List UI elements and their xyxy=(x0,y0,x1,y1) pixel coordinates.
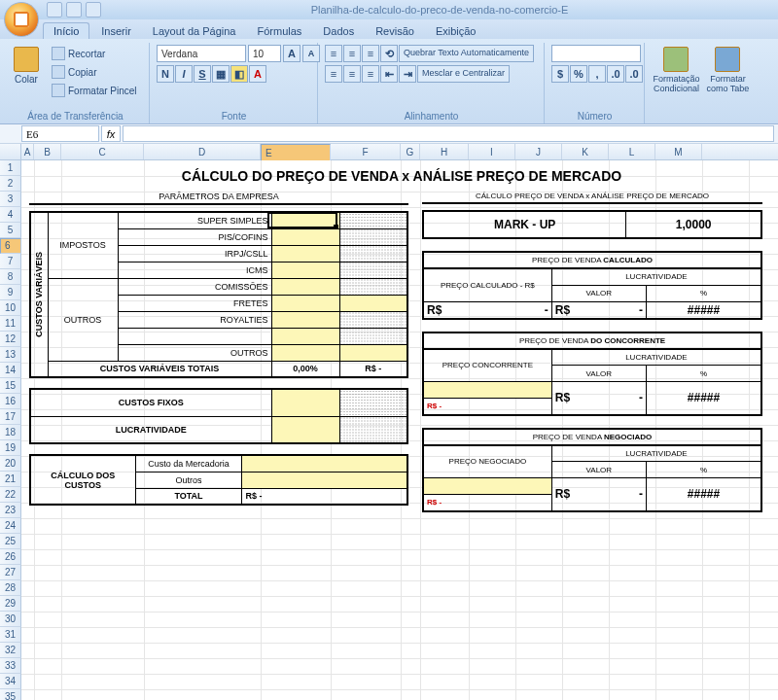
col-header-I[interactable]: I xyxy=(469,144,515,159)
row-header-12[interactable]: 12 xyxy=(0,332,21,347)
bold-button[interactable]: N xyxy=(157,65,174,83)
shrink-font-button[interactable]: A xyxy=(302,45,320,62)
office-button[interactable] xyxy=(4,2,39,37)
row-header-31[interactable]: 31 xyxy=(0,627,21,643)
row-header-17[interactable]: 17 xyxy=(0,409,21,425)
row-header-11[interactable]: 11 xyxy=(0,316,21,332)
cell-outros-val[interactable] xyxy=(339,344,407,361)
row-header-4[interactable]: 4 xyxy=(0,207,21,223)
format-painter-button[interactable]: Formatar Pincel xyxy=(49,82,140,99)
row-header-2[interactable]: 2 xyxy=(0,176,21,192)
comma-button[interactable]: , xyxy=(588,65,606,83)
row-header-19[interactable]: 19 xyxy=(0,440,21,456)
underline-button[interactable]: S xyxy=(194,65,211,83)
col-header-D[interactable]: D xyxy=(144,144,261,159)
row-header-27[interactable]: 27 xyxy=(0,565,21,580)
row-header-16[interactable]: 16 xyxy=(0,394,21,409)
number-format-select[interactable] xyxy=(551,45,641,62)
select-all-button[interactable] xyxy=(0,144,21,159)
currency-button[interactable]: $ xyxy=(551,65,569,83)
row-header-25[interactable]: 25 xyxy=(0,534,21,549)
align-mid-button[interactable]: ≡ xyxy=(343,45,361,62)
font-size-select[interactable]: 10 xyxy=(248,45,281,62)
sheet-area[interactable]: CÁLCULO DO PREÇO DE VENDA x ANÁLISE PREÇ… xyxy=(21,160,778,700)
col-header-C[interactable]: C xyxy=(61,144,144,159)
fx-button[interactable]: fx xyxy=(101,125,121,142)
row-header-28[interactable]: 28 xyxy=(0,580,21,596)
font-color-button[interactable]: A xyxy=(249,65,266,83)
cell-lucr-pct[interactable] xyxy=(271,416,339,443)
row-header-33[interactable]: 33 xyxy=(0,658,21,674)
qat-undo-icon[interactable] xyxy=(66,2,82,18)
align-bot-button[interactable]: ≡ xyxy=(362,45,379,62)
tab-inicio[interactable]: Início xyxy=(43,22,89,39)
font-name-select[interactable]: Verdana xyxy=(157,45,246,62)
row-header-30[interactable]: 30 xyxy=(0,612,21,627)
indent-dec-button[interactable]: ⇤ xyxy=(380,65,398,83)
grow-font-button[interactable]: A xyxy=(283,45,301,62)
cell-fretes-pct[interactable] xyxy=(271,295,339,311)
orientation-button[interactable]: ⟲ xyxy=(380,45,398,62)
merge-button[interactable]: Mesclar e Centralizar xyxy=(417,65,510,83)
row-header-32[interactable]: 32 xyxy=(0,643,21,658)
inc-decimal-button[interactable]: .0 xyxy=(607,65,624,83)
tab-layout[interactable]: Layout da Página xyxy=(143,23,246,39)
tab-revisao[interactable]: Revisão xyxy=(366,23,424,39)
cell-outros-pct[interactable] xyxy=(271,344,339,361)
tab-formulas[interactable]: Fórmulas xyxy=(248,23,312,39)
col-header-L[interactable]: L xyxy=(609,144,655,159)
row-header-22[interactable]: 22 xyxy=(0,487,21,503)
cell-neg-preco[interactable] xyxy=(423,478,551,495)
cell-super-simples-pct[interactable] xyxy=(271,212,339,228)
row-header-20[interactable]: 20 xyxy=(0,456,21,472)
col-header-J[interactable]: J xyxy=(515,144,562,159)
col-header-F[interactable]: F xyxy=(331,144,401,159)
col-header-B[interactable]: B xyxy=(34,144,61,159)
row-header-5[interactable]: 5 xyxy=(0,223,21,238)
col-header-H[interactable]: H xyxy=(420,144,469,159)
col-header-A[interactable]: A xyxy=(21,144,34,159)
dec-decimal-button[interactable]: .0 xyxy=(625,65,643,83)
row-header-6[interactable]: 6 xyxy=(0,238,21,254)
cut-button[interactable]: Recortar xyxy=(49,45,140,62)
row-header-21[interactable]: 21 xyxy=(0,472,21,487)
row-header-10[interactable]: 10 xyxy=(0,300,21,316)
formula-input[interactable] xyxy=(123,125,774,142)
tab-inserir[interactable]: Inserir xyxy=(91,23,141,39)
row-header-15[interactable]: 15 xyxy=(0,378,21,394)
col-header-M[interactable]: M xyxy=(655,144,702,159)
cell-irpj-pct[interactable] xyxy=(271,245,339,262)
align-top-button[interactable]: ≡ xyxy=(325,45,342,62)
align-center-button[interactable]: ≡ xyxy=(343,65,361,83)
conditional-format-button[interactable]: Formatação Condicional xyxy=(652,45,701,93)
format-table-button[interactable]: Formatar como Tabe xyxy=(705,45,751,93)
wrap-text-button[interactable]: Quebrar Texto Automaticamente xyxy=(399,45,534,62)
fill-color-button[interactable]: ◧ xyxy=(230,65,248,83)
row-header-8[interactable]: 8 xyxy=(0,269,21,285)
row-header-1[interactable]: 1 xyxy=(0,160,21,176)
row-header-24[interactable]: 24 xyxy=(0,518,21,534)
row-header-18[interactable]: 18 xyxy=(0,425,21,440)
cell-conc-preco[interactable] xyxy=(423,382,551,399)
cell-blank-pct[interactable] xyxy=(271,328,339,344)
tab-exibicao[interactable]: Exibição xyxy=(426,23,486,39)
row-header-35[interactable]: 35 xyxy=(0,689,21,700)
row-header-29[interactable]: 29 xyxy=(0,596,21,612)
col-header-K[interactable]: K xyxy=(562,144,609,159)
cell-fretes-val[interactable] xyxy=(339,295,407,311)
cell-cf-pct[interactable] xyxy=(271,389,339,416)
row-header-9[interactable]: 9 xyxy=(0,285,21,300)
paste-button[interactable]: Colar xyxy=(8,45,45,85)
name-box[interactable]: E6 xyxy=(21,125,99,142)
row-header-34[interactable]: 34 xyxy=(0,674,21,689)
indent-inc-button[interactable]: ⇥ xyxy=(399,65,416,83)
align-left-button[interactable]: ≡ xyxy=(325,65,342,83)
row-header-13[interactable]: 13 xyxy=(0,347,21,363)
cell-icms-pct[interactable] xyxy=(271,262,339,278)
copy-button[interactable]: Copiar xyxy=(49,63,140,81)
qat-save-icon[interactable] xyxy=(47,2,62,18)
row-header-14[interactable]: 14 xyxy=(0,363,21,378)
row-header-7[interactable]: 7 xyxy=(0,254,21,269)
cell-royalties-pct[interactable] xyxy=(271,311,339,328)
cell-mercadoria[interactable] xyxy=(242,455,407,472)
